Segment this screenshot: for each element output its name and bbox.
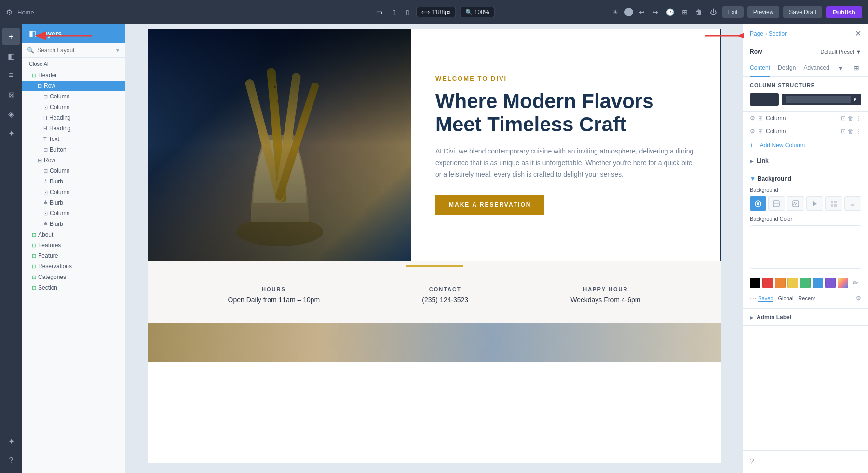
tools-icon[interactable]: ✦ [2, 432, 20, 450]
color-pen-icon[interactable]: ✏ [850, 278, 861, 288]
preset-selector[interactable]: Default Preset ▼ [820, 49, 861, 55]
add-col-plus-icon: + [750, 142, 753, 149]
col-thumb-small[interactable] [750, 93, 779, 106]
add-new-column-button[interactable]: + + Add New Column [750, 138, 861, 153]
trash-icon[interactable]: 🗑 [693, 6, 704, 18]
column-2-label: Column [766, 128, 786, 135]
add-element-icon[interactable]: + [2, 28, 20, 45]
col-grid-icon[interactable]: ⊞ [758, 115, 763, 122]
layer-item-features[interactable]: ⊡ Features [22, 240, 125, 250]
col-copy-icon[interactable]: ⊡ [841, 115, 846, 122]
bg-video-button[interactable] [806, 196, 824, 211]
col-more-icon[interactable]: ⋮ [855, 115, 861, 122]
color-swatch-yellow[interactable] [787, 278, 798, 288]
layer-item-header[interactable]: ⊡ Header [22, 70, 125, 81]
layer-item-button1[interactable]: ⊡ Button [22, 144, 125, 155]
color-swatch-green[interactable] [800, 278, 811, 288]
layer-item-heading2[interactable]: H Heading [22, 123, 125, 134]
layer-item-col1[interactable]: ⊡ Column [22, 91, 125, 102]
layer-item-row2[interactable]: ⊞ Row [22, 155, 125, 166]
col2-grid-icon[interactable]: ⊞ [758, 128, 763, 135]
layer-item-about[interactable]: ⊡ About [22, 229, 125, 240]
swatch-settings-icon[interactable]: ⚙ [856, 295, 861, 302]
swatch-nav-dots[interactable]: ··· [750, 294, 756, 303]
sun-icon[interactable]: ☀ [610, 6, 621, 18]
layer-item-col5[interactable]: ⊡ Column [22, 208, 125, 219]
bg-pattern-button[interactable] [825, 196, 842, 211]
link-section-toggle[interactable]: ▶ Link [743, 153, 868, 169]
save-draft-button[interactable]: Save Draft [783, 6, 822, 18]
home-button[interactable]: Home [17, 9, 34, 16]
background-color-picker[interactable] [750, 225, 861, 269]
mobile-device-button[interactable]: ▯ [403, 6, 412, 18]
bg-color-button[interactable] [750, 196, 766, 211]
col-settings-icon[interactable]: ⚙ [750, 115, 755, 122]
col2-delete-icon[interactable]: 🗑 [848, 128, 854, 135]
more-tabs-icon[interactable]: ▼ [837, 60, 844, 76]
col2-copy-icon[interactable]: ⊡ [841, 128, 846, 135]
color-swatch-black[interactable] [750, 278, 760, 288]
color-swatch-purple[interactable] [825, 278, 836, 288]
moon-icon[interactable] [624, 8, 633, 16]
layer-item-blurb2[interactable]: ≛ Blurb [22, 197, 125, 208]
layers-icon[interactable]: ◧ [2, 47, 20, 65]
recent-swatches-tab[interactable]: Recent [798, 295, 815, 301]
history2-icon[interactable]: ✦ [2, 125, 20, 142]
layer-item-feature[interactable]: ⊡ Feature [22, 250, 125, 261]
col2-settings-icon[interactable]: ⚙ [750, 128, 755, 135]
publish-button[interactable]: Publish [826, 6, 862, 18]
tablet-device-button[interactable]: ▯ [389, 6, 399, 18]
layer-item-blurb3[interactable]: ≛ Blurb [22, 219, 125, 229]
layers-search-bar[interactable]: 🔍 ▼ [22, 43, 125, 58]
col-delete-icon[interactable]: 🗑 [848, 115, 854, 122]
exit-button[interactable]: Exit [722, 6, 744, 18]
settings-icon[interactable]: ⚙ [6, 8, 13, 17]
bg-gradient-button[interactable] [768, 196, 786, 211]
history-icon[interactable]: 🕐 [664, 6, 676, 18]
layer-item-col4[interactable]: ⊡ Column [22, 187, 125, 197]
tab-content[interactable]: Content [750, 60, 770, 77]
tab-design[interactable]: Design [778, 60, 796, 77]
color-swatch-blue[interactable] [813, 278, 823, 288]
saved-swatches-tab[interactable]: Saved [758, 295, 773, 302]
layer-item-section[interactable]: ⊡ Section [22, 282, 125, 293]
help-circle-icon[interactable]: ? [750, 458, 754, 466]
layer-item-reservations[interactable]: ⊡ Reservations [22, 261, 125, 272]
portability-icon[interactable]: ◈ [2, 105, 20, 123]
layer-item-blurb1[interactable]: ≛ Blurb [22, 176, 125, 187]
close-all-button[interactable]: Close All [22, 58, 125, 70]
layer-item-heading1[interactable]: H Heading [22, 112, 125, 123]
background-chevron-icon[interactable]: ▼ [750, 175, 756, 182]
desktop-device-button[interactable]: ▭ [373, 6, 385, 18]
search-icon[interactable]: ⊠ [2, 86, 20, 103]
undo-icon[interactable]: ↩ [637, 6, 647, 18]
preview-button[interactable]: Preview [747, 6, 780, 18]
layer-item-categories[interactable]: ⊡ Categories [22, 272, 125, 282]
admin-label-toggle[interactable]: ▶ Admin Label [743, 309, 868, 326]
layer-item-col3[interactable]: ⊡ Column [22, 166, 125, 176]
layer-item-text1[interactable]: T Text [22, 134, 125, 144]
color-swatch-red[interactable] [762, 278, 773, 288]
redo-icon[interactable]: ↪ [651, 6, 660, 18]
hero-cta-button[interactable]: MAKE A RESERVATION [435, 195, 544, 215]
color-swatch-custom[interactable] [838, 278, 848, 288]
right-panel-close-button[interactable]: ✕ [855, 29, 861, 38]
color-swatch-orange[interactable] [775, 278, 786, 288]
layer-item-col2[interactable]: ⊡ Column [22, 102, 125, 112]
layer-item-row1[interactable]: ⊞ Row [22, 81, 125, 91]
settings-icon[interactable]: ≡ [2, 67, 20, 84]
search-layout-input[interactable] [37, 47, 112, 54]
tab-advanced[interactable]: Advanced [803, 60, 829, 77]
layout-icon[interactable]: ⊞ [680, 6, 690, 18]
bg-mask-button[interactable] [844, 196, 862, 211]
global-swatches-tab[interactable]: Global [778, 295, 794, 301]
filter-icon[interactable]: ▼ [115, 47, 121, 54]
bg-image-button[interactable] [787, 196, 804, 211]
canvas-bottom-image [148, 323, 721, 362]
expand-icon[interactable]: ⊞ [852, 60, 861, 76]
help-icon[interactable]: ? [2, 452, 20, 469]
power-icon[interactable]: ⏻ [708, 6, 719, 18]
col-select-button[interactable]: ▼ [782, 94, 861, 105]
col2-more-icon[interactable]: ⋮ [855, 128, 861, 135]
heading2-icon: H [43, 125, 47, 131]
